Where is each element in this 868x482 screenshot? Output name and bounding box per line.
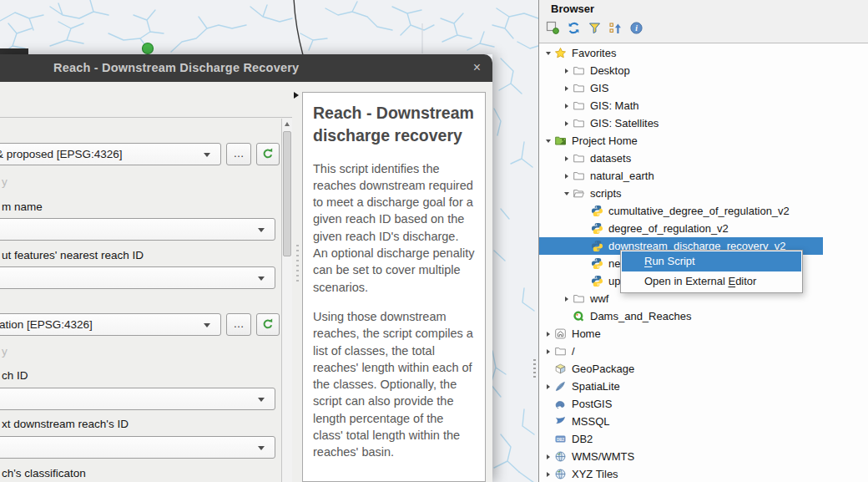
- db2-icon: DB2: [554, 433, 567, 445]
- tree-item-dams-and-reaches[interactable]: Dams_and_Reaches: [539, 307, 823, 325]
- python-icon: [591, 240, 603, 252]
- expand-closed-icon[interactable]: [542, 349, 554, 354]
- expand-open-icon[interactable]: [542, 140, 554, 143]
- scroll-up-icon[interactable]: [285, 122, 290, 126]
- name-field-label: m name: [2, 200, 43, 213]
- splitter-collapse-icon[interactable]: [294, 92, 299, 99]
- collapse-tree-button[interactable]: [608, 20, 623, 35]
- point-marker: [143, 43, 154, 54]
- tree-item-favorites[interactable]: Favorites: [539, 44, 823, 62]
- location-crs-combo-value: ation [EPSG:4326]: [0, 318, 93, 331]
- globe-icon: [554, 468, 567, 480]
- tree-item-cumultative-degree-of-regulation-v2[interactable]: cumultative_degree_of_regulation_v2: [539, 202, 823, 220]
- tree-item-postgis[interactable]: PostGIS: [539, 395, 823, 413]
- expand-closed-icon[interactable]: [561, 174, 573, 179]
- folder-icon: [573, 170, 585, 182]
- chevron-down-icon: [258, 228, 265, 232]
- dialog-body: & proposed [EPSG:4326] … y m name ut fea…: [0, 82, 492, 482]
- tree-item-gis-math[interactable]: GIS: Math: [539, 97, 823, 114]
- tree-item-label: up: [608, 275, 620, 287]
- expand-closed-icon[interactable]: [542, 454, 554, 459]
- geopackage-icon: [554, 363, 567, 375]
- tree-item-label: wwf: [590, 292, 608, 305]
- browse-button-2[interactable]: …: [226, 313, 251, 336]
- expand-closed-icon[interactable]: [561, 156, 573, 161]
- info-icon: i: [629, 21, 643, 35]
- expand-open-icon[interactable]: [561, 192, 573, 195]
- tree-item-datasets[interactable]: datasets: [539, 150, 823, 167]
- reach-id-combo[interactable]: [0, 388, 275, 410]
- panel-splitter-handle[interactable]: [533, 359, 536, 379]
- location-crs-combo[interactable]: ation [EPSG:4326]: [0, 313, 221, 336]
- tree-item-scripts[interactable]: scripts: [539, 185, 823, 202]
- tree-item-project-home[interactable]: Project Home: [539, 132, 823, 150]
- python-icon: [591, 257, 603, 270]
- expand-open-icon[interactable]: [542, 52, 554, 55]
- script-dialog: Reach - Downstream Discharge Recovery × …: [0, 54, 492, 482]
- splitter-handle[interactable]: [296, 245, 299, 282]
- reload-crs-button-2[interactable]: [256, 313, 280, 336]
- expand-closed-icon[interactable]: [542, 384, 554, 389]
- form-scrollbar[interactable]: [281, 119, 292, 482]
- menu-item-run-script[interactable]: Run Script: [622, 251, 801, 271]
- tree-item-label: WMS/WMTS: [572, 450, 634, 463]
- close-icon[interactable]: ×: [473, 59, 481, 76]
- expand-closed-icon[interactable]: [561, 68, 573, 74]
- menu-item-open-in-external-editor[interactable]: Open in External Editor: [622, 271, 801, 292]
- expand-closed-icon[interactable]: [561, 104, 573, 109]
- scrollbar-thumb[interactable]: [283, 131, 291, 256]
- tree-item-natural-earth[interactable]: natural_earth: [539, 167, 823, 185]
- tree-item-home[interactable]: Home: [539, 325, 823, 342]
- info-button[interactable]: i: [628, 20, 643, 35]
- expand-closed-icon[interactable]: [561, 121, 573, 126]
- folder-icon: [573, 82, 585, 94]
- reload-crs-button[interactable]: [256, 143, 280, 165]
- refresh-button[interactable]: [566, 20, 581, 35]
- tree-item-label: Dams_and_Reaches: [590, 310, 691, 322]
- collapse-tree-icon: [608, 21, 623, 35]
- dialog-titlebar[interactable]: Reach - Downstream Discharge Recovery ×: [0, 54, 492, 82]
- expand-closed-icon[interactable]: [542, 472, 554, 477]
- name-combo[interactable]: [0, 218, 275, 241]
- expand-closed-icon[interactable]: [561, 86, 573, 91]
- tree-item-label: Home: [572, 327, 601, 340]
- tree-item-wms-wmts[interactable]: WMS/WMTS: [539, 448, 823, 465]
- input-layer-combo[interactable]: & proposed [EPSG:4326]: [0, 143, 221, 165]
- browser-panel: Browser i FavoritesDesktopGISGIS: MathGI…: [538, 0, 868, 482]
- reload-icon: [261, 147, 275, 160]
- filter-button[interactable]: [587, 20, 602, 35]
- next-downstream-combo[interactable]: [0, 436, 275, 459]
- tree-item-gis[interactable]: GIS: [539, 79, 823, 97]
- nearest-reach-combo[interactable]: [0, 266, 275, 289]
- expand-closed-icon[interactable]: [542, 332, 554, 337]
- next-downstream-label: xt downstream reach's ID: [2, 418, 129, 430]
- tree-item-spatialite[interactable]: SpatiaLite: [539, 378, 823, 395]
- tree-item-mssql[interactable]: MSSQL: [539, 413, 823, 430]
- tree-item-label: GIS: Satellites: [590, 117, 659, 129]
- project-folder-icon: [554, 134, 567, 147]
- reach-id-label: ch ID: [2, 369, 28, 382]
- expand-closed-icon[interactable]: [561, 297, 573, 302]
- tree-item-desktop[interactable]: Desktop: [539, 62, 823, 79]
- tree-item-label: natural_earth: [590, 170, 654, 182]
- tree-item-degree-of-regulation-v2[interactable]: degree_of_regulation_v2: [539, 220, 823, 237]
- tree-item-xyz-tiles[interactable]: XYZ Tiles: [539, 465, 823, 482]
- home-icon: [554, 327, 567, 340]
- tree-item-label: SpatiaLite: [572, 380, 620, 393]
- classification-label: ch's classificaton: [2, 467, 86, 479]
- browser-toolbar: i: [545, 20, 643, 35]
- add-layer-button[interactable]: [545, 20, 560, 35]
- tree-item-geopackage[interactable]: GeoPackage: [539, 360, 823, 378]
- folder-icon: [573, 64, 585, 77]
- browse-button[interactable]: …: [226, 143, 251, 165]
- folder-icon: [573, 292, 585, 305]
- tree-item-db2[interactable]: DB2DB2: [539, 430, 823, 448]
- tree-item-label: GeoPackage: [572, 363, 634, 375]
- tree-item-gis-satellites[interactable]: GIS: Satellites: [539, 114, 823, 132]
- input-layer-combo-value: & proposed [EPSG:4326]: [0, 148, 123, 160]
- context-menu: Run ScriptOpen in External Editor: [620, 250, 803, 293]
- python-icon: [591, 222, 603, 235]
- tree-item-root[interactable]: /: [539, 342, 823, 360]
- reload-icon: [261, 317, 275, 331]
- chevron-down-icon: [258, 398, 265, 402]
